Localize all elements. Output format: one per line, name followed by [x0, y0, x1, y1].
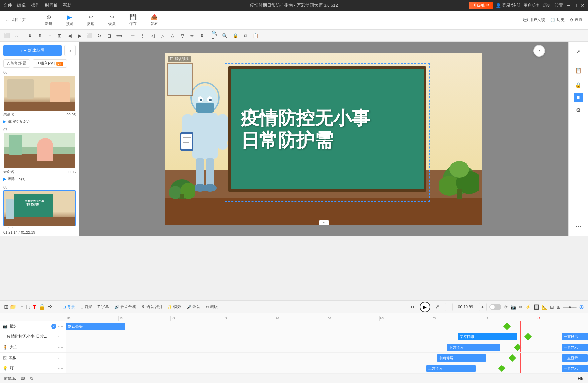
distribute-v[interactable]: ⇕ — [198, 32, 206, 40]
right-panel-more[interactable]: ⋯ — [575, 223, 581, 233]
login-button[interactable]: 👤 登录/注册 — [496, 2, 521, 8]
track-dot-camera[interactable]: • — [58, 324, 60, 328]
back-button[interactable]: ← 返回主页 — [5, 17, 26, 23]
insert-ppt-tag[interactable]: P 插入PPT VIP — [33, 59, 67, 68]
smart-scene-tag[interactable]: A 智能场景 — [3, 59, 30, 68]
align-vert[interactable]: ↕ — [46, 32, 54, 40]
align-left-expand[interactable]: ◀ — [66, 32, 74, 40]
track-add-text[interactable]: + — [61, 335, 63, 339]
align-center-v[interactable]: ⋮ — [139, 32, 147, 40]
playback-icon-3[interactable]: ✏ — [519, 304, 523, 310]
add-track-button[interactable]: ⊕ — [579, 303, 584, 311]
tl-icon-eye[interactable]: 👁 — [47, 304, 52, 310]
copy-tool[interactable]: ⧉ — [241, 32, 249, 40]
select-tool[interactable]: ⬜ — [3, 32, 11, 40]
track-dot-dab[interactable]: • — [58, 345, 60, 349]
canvas-area[interactable]: ♪ ☐ 默认镜头 — [79, 42, 568, 236]
rotate-tool[interactable]: ↻ — [95, 32, 103, 40]
track-add-board[interactable]: + — [61, 356, 63, 360]
tl-caption-tool[interactable]: T 字幕 — [98, 304, 109, 310]
crop-tool[interactable]: ⬜ — [86, 32, 93, 40]
track-add-dab[interactable]: + — [61, 345, 63, 349]
collapse-arrow[interactable]: ▼ — [319, 220, 329, 225]
tl-icon-4[interactable]: T↓ — [25, 304, 31, 310]
settings-link[interactable]: ⚙ 设置 — [570, 17, 583, 23]
keyframe-board[interactable] — [509, 354, 516, 362]
playback-icon-8[interactable]: ⊞ — [557, 304, 561, 310]
scene-thumbnail-06[interactable] — [3, 75, 76, 111]
music-button[interactable]: ♪ — [64, 45, 76, 56]
playback-icon-1[interactable]: ⟳ — [504, 304, 508, 310]
track-dot-light[interactable]: • — [58, 366, 60, 370]
user-feedback-link[interactable]: 💬 用户反馈 — [523, 17, 545, 23]
align-right-expand[interactable]: ▶ — [76, 32, 84, 40]
upgrade-button[interactable]: 升级账户 — [469, 2, 493, 9]
close-button[interactable]: ✕ — [581, 3, 585, 8]
align-center-h[interactable]: ☰ — [129, 32, 137, 40]
keyframe-camera[interactable] — [503, 323, 511, 330]
align-down[interactable]: ⬇ — [26, 32, 34, 40]
scene-thumbnail-07[interactable] — [3, 132, 76, 169]
track-dot-text[interactable]: • — [58, 335, 60, 339]
track-dot-board[interactable]: • — [58, 356, 60, 360]
tl-more-tool[interactable]: ⋯ — [223, 305, 227, 309]
copy-icon-status[interactable]: ⧉ — [30, 376, 33, 381]
align-bottom2[interactable]: ▽ — [178, 32, 186, 40]
zoom-slider[interactable]: ━━●━━ — [563, 304, 576, 310]
tl-bg-tool[interactable]: ⊟ 背景 — [63, 304, 75, 310]
zoom-in-button[interactable]: + — [479, 303, 487, 311]
feedback-icon[interactable]: 用户反馈 — [523, 3, 539, 8]
tl-icon-2[interactable]: 📁 — [10, 304, 16, 310]
track-content-board[interactable]: 中间伸展 一直显示 — [66, 353, 588, 363]
tl-effects-tool[interactable]: ✨ 特效 — [167, 304, 181, 310]
align-r[interactable]: ▷ — [158, 32, 166, 40]
canvas-checkbox[interactable]: ☐ — [170, 57, 173, 61]
expand-canvas-icon[interactable]: ⤢ — [572, 45, 585, 58]
align-top[interactable]: △ — [168, 32, 176, 40]
playback-icon-4[interactable]: ⚡ — [525, 304, 531, 310]
maximize-button[interactable]: □ — [574, 3, 577, 8]
tl-tts-tool[interactable]: 🔊 语音合成 — [114, 304, 136, 310]
history-link[interactable]: 🕐 历史 — [550, 17, 565, 23]
track-content-camera[interactable]: 默认镜头 — [66, 321, 588, 331]
floating-music-button[interactable]: ♪ — [533, 45, 545, 57]
tl-asr-tool[interactable]: 🎙 语音识别 — [141, 304, 162, 310]
track-add-light[interactable]: + — [61, 366, 63, 370]
settings-icon[interactable]: 设置 — [555, 3, 563, 8]
loop-toggle[interactable] — [489, 304, 501, 310]
playback-icon-2[interactable]: 📷 — [510, 304, 516, 310]
keyframe-light[interactable] — [498, 365, 506, 372]
mirror-tool[interactable]: ⟺ — [115, 32, 123, 40]
track-content-text[interactable]: 字符打印 一直显示 — [66, 331, 588, 342]
preview-button[interactable]: ▶ 预览 — [63, 14, 76, 26]
layers-icon[interactable]: 📋 — [572, 64, 585, 77]
tl-icon-lock[interactable]: 🔒 — [39, 304, 45, 310]
lock-icon[interactable]: 🔒 — [572, 78, 585, 91]
track-content-dab[interactable]: 下方滑入 一直显示 — [66, 342, 588, 352]
redo-button[interactable]: ↪ 恢复 — [105, 14, 119, 26]
zoom-out-button[interactable]: − — [445, 303, 453, 311]
align-up[interactable]: ⬆ — [36, 32, 44, 40]
menu-operation[interactable]: 操作 — [31, 2, 40, 8]
tl-crop-tool[interactable]: ✂ 裁版 — [206, 304, 218, 310]
track-add-camera[interactable]: + — [61, 324, 63, 328]
new-scene-button[interactable]: + + 新建场景 — [3, 45, 62, 56]
track-content-light[interactable]: 上方滑入 一直显示 — [66, 363, 588, 373]
tl-record-tool[interactable]: 🎤 录音 — [187, 304, 200, 310]
tl-icon-1[interactable]: ⊞ — [4, 304, 8, 310]
undo-button[interactable]: ↩ 撤销 — [84, 14, 97, 26]
zoom-in-tool[interactable]: 🔍+ — [212, 32, 220, 40]
transition-07[interactable]: ▶ 擦除 1.5(s) — [3, 175, 76, 183]
help-icon-camera[interactable]: ? — [51, 324, 56, 329]
menu-edit[interactable]: 编辑 — [17, 2, 26, 8]
distribute-h[interactable]: ⇔ — [188, 32, 196, 40]
history-icon[interactable]: 历史 — [543, 3, 551, 8]
settings2-icon[interactable]: ⚙ — [572, 103, 585, 117]
play-button[interactable]: ▶ — [420, 302, 430, 312]
home-tool[interactable]: ⌂ — [13, 32, 20, 40]
delete-tool[interactable]: 🗑 — [105, 32, 113, 40]
zoom-out-tool[interactable]: 🔍- — [222, 32, 229, 40]
fullscreen-button[interactable]: ⤢ — [433, 302, 442, 312]
menu-file[interactable]: 文件 — [3, 2, 12, 8]
save-button[interactable]: 💾 保存 — [126, 14, 140, 26]
